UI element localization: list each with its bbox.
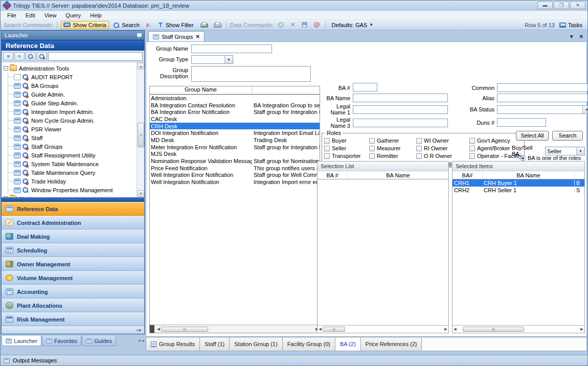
checkbox-icon[interactable] [416, 146, 422, 151]
result-tab[interactable]: Facility Group (0) [283, 337, 335, 351]
alias-input[interactable] [497, 94, 588, 102]
result-tab[interactable]: Group Results [146, 337, 200, 351]
scrollbar-thumb[interactable] [138, 123, 144, 147]
ba-name-input[interactable] [353, 94, 448, 102]
tree-item[interactable]: Guide Admin. [8, 90, 144, 99]
grid-column-description[interactable] [252, 86, 320, 94]
checkbox-icon[interactable] [469, 146, 475, 151]
role-checkbox-item[interactable]: Measurer [369, 145, 416, 151]
scroll-up-icon[interactable]: ▲ [138, 63, 144, 70]
grid-row[interactable]: Well Integration Notification Integratio… [150, 178, 320, 186]
print-preview-button[interactable] [198, 21, 209, 28]
menu-item[interactable]: File [3, 11, 21, 19]
accordion-module-item[interactable]: Deal Making [2, 230, 144, 243]
group-description-textarea[interactable] [191, 66, 311, 82]
tasks-button[interactable]: Tasks [557, 21, 584, 29]
defaults-dropdown[interactable]: Defaults: GAS ▼ [329, 21, 375, 29]
accordion-overflow-button[interactable]: »▾ [2, 326, 144, 334]
tree-item[interactable]: AUDIT REPORT [8, 73, 144, 81]
grid-row[interactable]: MJS Desk [150, 151, 320, 158]
tree-item[interactable]: Staff Groups [8, 142, 144, 151]
role-checkbox-item[interactable]: WI Owner [416, 138, 469, 144]
save-record-button[interactable] [300, 21, 309, 28]
tree-item[interactable]: Guide Step Admin. [8, 99, 144, 107]
close-document-icon[interactable]: ✕ [579, 34, 583, 39]
launcher-tab[interactable]: Favorites [42, 336, 81, 346]
tab-list-dropdown-icon[interactable]: ▼ [569, 34, 574, 39]
column-ba-name[interactable]: BA Name [347, 172, 448, 178]
grid-row[interactable]: CAC Desk [150, 116, 320, 123]
checkbox-icon[interactable] [369, 153, 375, 159]
cancel-record-button[interactable] [312, 21, 322, 28]
tree-item[interactable]: Table Maintenance Query [8, 168, 144, 177]
tree-item[interactable]: PSR Viewer [8, 125, 144, 133]
tree-root-alerts[interactable]: + Alerts [4, 194, 144, 197]
tree-item[interactable]: Staff [8, 133, 144, 142]
tree-item[interactable]: Window Properties Management [8, 186, 144, 194]
tree-item[interactable]: Trade Holiday [8, 177, 144, 186]
group-name-input[interactable] [191, 44, 272, 53]
column-ba-number[interactable]: BA# [453, 172, 482, 178]
role-checkbox-item[interactable]: Seller [324, 145, 369, 151]
grid-row[interactable]: DOI Integration Notification Integration… [150, 129, 320, 136]
duns-input[interactable] [497, 118, 546, 127]
collapse-all-button[interactable]: » [14, 52, 25, 61]
tree-item[interactable]: BA Groups [8, 81, 144, 90]
select-all-button[interactable]: Select All [516, 131, 549, 141]
radio-selected-icon[interactable] [520, 155, 526, 161]
scroll-right-icon[interactable]: ▶ [443, 327, 448, 331]
search-button[interactable]: Search [111, 21, 142, 29]
grid-row[interactable]: Administration [150, 95, 320, 102]
menu-item[interactable]: Help [85, 11, 106, 19]
scroll-left-icon[interactable]: ◀ [318, 327, 323, 331]
ba-status-select[interactable]: ▼ [497, 105, 588, 114]
role-checkbox-item[interactable]: Buyer [324, 138, 369, 144]
group-type-select[interactable]: ▼ [191, 55, 233, 64]
selected-items-scrollbar[interactable]: ◀ ▶ [453, 325, 584, 333]
checkbox-icon[interactable] [324, 138, 330, 144]
tree-item[interactable]: Nom Cycle Group Admin. [8, 116, 144, 125]
pin-icon[interactable] [137, 33, 141, 38]
tree-item[interactable]: System Table Maintenance [8, 159, 144, 168]
result-tab[interactable]: Price References (2) [361, 337, 422, 351]
tree-root-administration-tools[interactable]: − Administration Tools [4, 64, 144, 73]
menu-item[interactable]: Query [61, 11, 85, 19]
selection-list-scrollbar[interactable]: ◀ ▶ [318, 325, 448, 333]
column-buy-sell[interactable] [574, 171, 584, 179]
scroll-left-icon[interactable]: ◀ [156, 327, 161, 331]
print-button[interactable] [212, 21, 222, 28]
show-filter-button[interactable]: Show Filter [156, 21, 196, 29]
checkbox-icon[interactable] [469, 153, 475, 159]
role-checkbox-item[interactable]: RI Owner [416, 145, 469, 151]
pager-right-icon[interactable]: ▸ [142, 338, 145, 343]
accordion-module-item[interactable]: Reference Data [2, 202, 144, 216]
close-button[interactable]: ✕ [570, 2, 585, 9]
tree-item[interactable]: Integration Import Admin. [8, 107, 144, 116]
grid-row[interactable]: MD Desk Trading Desk [150, 136, 320, 144]
accordion-module-item[interactable]: Scheduling [2, 243, 144, 257]
column-ba-number[interactable]: BA # [318, 172, 347, 178]
launcher-filter-input[interactable] [48, 52, 143, 61]
accordion-module-item[interactable]: Volume Management [2, 271, 144, 285]
menu-item[interactable]: View [40, 11, 61, 19]
scrollbar-thumb[interactable] [463, 327, 524, 332]
document-tab-staff-groups[interactable]: Staff Groups ✕ [148, 31, 205, 41]
accordion-module-item[interactable]: Owner Management [2, 257, 144, 271]
find-button[interactable] [26, 52, 36, 61]
delete-record-button[interactable]: ✕ [288, 21, 297, 28]
sort-button[interactable]: 2↓ [144, 22, 153, 28]
launcher-tab[interactable]: Launcher [2, 336, 41, 346]
common-input[interactable] [497, 83, 588, 92]
scroll-left-icon[interactable]: ◀ [453, 327, 458, 331]
grid-row[interactable]: Nomination Response Validation Messages … [150, 157, 320, 165]
grid-column-group-name[interactable]: Group Name [150, 86, 252, 94]
ba-one-of-roles-radio[interactable]: BA is one of the roles [520, 155, 581, 161]
minimize-button[interactable]: ▬ [537, 2, 553, 9]
tree-scrollbar[interactable]: ▲ ▼ [137, 62, 144, 197]
clear-find-button[interactable] [37, 52, 47, 61]
grid-row[interactable]: BA Integration Contact Resolution BA Int… [150, 102, 320, 109]
accordion-module-item[interactable]: Accounting [2, 285, 144, 299]
grid-horizontal-scrollbar[interactable]: ◀ ▶ [150, 325, 320, 333]
legal-name-1-input[interactable] [353, 105, 448, 114]
output-messages-label[interactable]: Output Messages [13, 357, 57, 363]
